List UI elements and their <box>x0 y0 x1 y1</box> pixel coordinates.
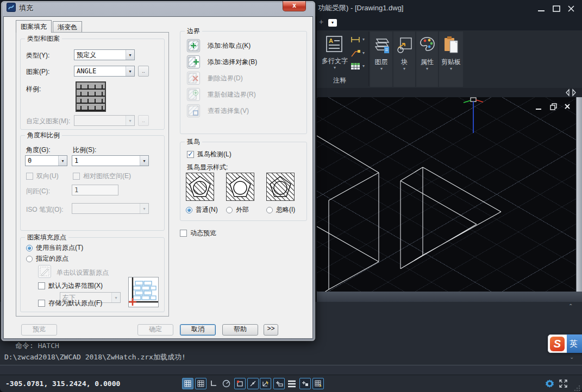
group-title: 角度和比例 <box>25 131 62 139</box>
grid-toggle-icon[interactable] <box>182 378 193 389</box>
app-title: 功能受限) - [Drawing1.dwg] <box>318 0 403 16</box>
type-combobox[interactable]: 预定义 <box>74 49 135 60</box>
island-detect-checkbox[interactable] <box>187 151 194 158</box>
isodraft-toggle-icon[interactable] <box>312 378 324 389</box>
properties-dropdown-icon[interactable] <box>423 66 431 71</box>
ime-collapse-icon[interactable]: ⌄ <box>570 354 574 360</box>
ortho-toggle-icon[interactable] <box>208 378 219 389</box>
layer-dropdown-icon[interactable] <box>378 66 385 71</box>
island-outer-label: 外部 <box>236 205 249 214</box>
scale-label: 比例(S): <box>73 146 96 155</box>
table-icon[interactable] <box>351 62 360 73</box>
specified-origin-row[interactable]: 指定的原点 <box>26 254 68 263</box>
add-pick-points-row[interactable]: 添加:拾取点(K) <box>187 39 251 52</box>
fullscreen-icon[interactable] <box>559 379 568 390</box>
island-style-normal-image[interactable] <box>186 173 214 201</box>
mdi-minimize-icon[interactable] <box>534 104 543 113</box>
panel-layer[interactable]: 图层 <box>370 31 392 87</box>
add-select-objects-icon[interactable] <box>187 55 200 68</box>
leader-icon[interactable] <box>351 49 360 60</box>
default-extent-checkbox[interactable] <box>38 282 45 289</box>
resize-grip[interactable] <box>574 384 580 392</box>
dialog-close-button[interactable]: x <box>283 1 306 11</box>
clipboard-dropdown-icon[interactable] <box>447 66 455 71</box>
panel-properties[interactable]: 属性 <box>416 31 438 87</box>
dynamic-preview-checkbox[interactable] <box>180 230 187 237</box>
group-title: 孤岛 <box>185 138 202 146</box>
settings-gear-icon[interactable] <box>545 378 555 391</box>
remove-boundary-row: 删除边界(D) <box>187 72 243 85</box>
qat-plus-button[interactable]: + <box>319 17 323 26</box>
island-style-ignore-image[interactable] <box>266 173 295 201</box>
angle-combobox[interactable]: 0 <box>25 155 67 166</box>
mtext-dropdown-icon[interactable] <box>331 65 339 70</box>
tab-hatch[interactable]: 图案填充 <box>16 20 52 33</box>
mdi-restore-icon[interactable] <box>549 102 558 113</box>
boundary-group: 边界 添加:拾取点(K) 添加:选择对象(B) 删除边界(D) <box>180 31 307 134</box>
add-select-objects-label: 添加:选择对象(B) <box>208 58 257 67</box>
pattern-browse-button[interactable]: .. <box>138 66 149 77</box>
help-button[interactable]: 帮助 <box>222 324 258 336</box>
island-detect-row[interactable]: 孤岛检测(L) <box>187 150 231 159</box>
minimize-icon[interactable] <box>535 4 547 13</box>
more-options-button[interactable]: >> <box>264 324 278 336</box>
mtext-button[interactable]: 多行文字 <box>319 56 351 66</box>
iso-penwidth-label: ISO 笔宽(O): <box>26 205 64 214</box>
drawing-canvas[interactable] <box>317 97 576 292</box>
autotrack-toggle-icon[interactable] <box>260 378 271 389</box>
cancel-button[interactable]: 取消 <box>180 324 216 336</box>
dyninput-toggle-icon[interactable] <box>273 378 285 389</box>
panel-clipboard[interactable]: 剪贴板 <box>439 31 463 87</box>
double-checkbox-row: 双向(U) <box>26 172 59 181</box>
island-outer-radio[interactable] <box>226 207 233 213</box>
snap-toggle-icon[interactable] <box>195 378 206 389</box>
spacing-input: 1 <box>72 185 118 195</box>
island-normal-radio[interactable] <box>186 207 192 213</box>
osnap-toggle-icon[interactable] <box>234 378 246 389</box>
status-menu-icon[interactable] <box>287 380 296 390</box>
island-detect-label: 孤岛检测(L) <box>197 150 231 159</box>
specified-origin-radio[interactable] <box>26 256 33 262</box>
command-history-line: 命令: HATCH <box>15 341 59 351</box>
pattern-sample-swatch[interactable] <box>76 81 106 112</box>
tab-gradient[interactable]: 渐变色 <box>53 21 82 33</box>
pattern-combobox[interactable]: ANGLE <box>74 66 135 77</box>
island-normal-row[interactable]: 普通(N) <box>186 205 218 214</box>
use-current-origin-row[interactable]: 使用当前原点(T) <box>26 243 83 252</box>
custom-pattern-browse-button: .. <box>138 115 149 126</box>
panel-block[interactable]: 块 <box>393 31 415 87</box>
osnap-tracking-icon[interactable] <box>247 378 259 389</box>
block-dropdown-icon[interactable] <box>400 66 408 71</box>
store-default-checkbox[interactable] <box>38 300 45 307</box>
close-icon[interactable] <box>565 4 577 13</box>
remove-boundary-label: 删除边界(D) <box>208 74 243 83</box>
island-ignore-row[interactable]: 忽略(I) <box>266 205 295 214</box>
dimension-icon[interactable] <box>351 35 360 46</box>
store-default-row[interactable]: 存储为默认原点(F) <box>38 299 102 308</box>
ime-indicator[interactable]: S 英 <box>548 334 582 353</box>
qat-dropdown-icon[interactable]: ▼ <box>328 19 337 27</box>
mtext-icon[interactable]: A <box>326 36 342 54</box>
vertical-scrollbar[interactable] <box>576 97 582 292</box>
use-current-origin-radio[interactable] <box>26 245 33 251</box>
dynamic-preview-row[interactable]: 动态预览 <box>180 229 216 238</box>
leader-dropdown-icon[interactable] <box>362 50 365 55</box>
command-collapse-icon[interactable]: ⌃ <box>568 303 573 309</box>
maximize-icon[interactable] <box>550 4 562 13</box>
default-extent-row[interactable]: 默认为边界范围(X) <box>38 281 103 290</box>
polar-toggle-icon[interactable] <box>221 378 232 389</box>
mdi-close-icon[interactable] <box>563 102 572 113</box>
island-style-outer-image[interactable] <box>226 173 254 201</box>
island-ignore-radio[interactable] <box>266 207 273 213</box>
quick-access-toolbar: + ▼ <box>317 16 582 30</box>
add-pick-points-icon[interactable] <box>187 39 200 52</box>
ime-language-badge[interactable]: 英 <box>567 334 582 353</box>
table-dropdown-icon[interactable] <box>362 64 365 68</box>
add-select-objects-row[interactable]: 添加:选择对象(B) <box>187 55 257 68</box>
command-input[interactable] <box>0 365 582 375</box>
island-outer-row[interactable]: 外部 <box>226 205 249 214</box>
selection-cycling-icon[interactable] <box>299 378 311 389</box>
dimension-dropdown-icon[interactable] <box>362 37 365 42</box>
horizontal-scrollbar[interactable] <box>317 292 582 302</box>
scale-combobox[interactable]: 1 <box>72 155 149 166</box>
